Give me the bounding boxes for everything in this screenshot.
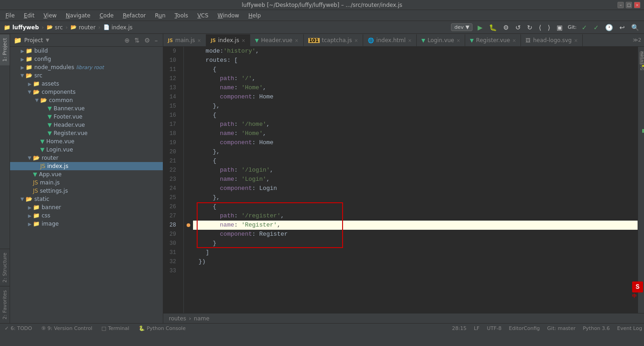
tab-header-vue[interactable]: ▼ Header.vue × [250,34,303,46]
js-tab-icon: JS [168,38,173,43]
tree-item-app-vue[interactable]: ▼ App.vue [10,170,163,178]
tree-item-router[interactable]: ▶ 📂 router [10,154,163,162]
tree-item-banner-vue[interactable]: ▼ Banner.vue [10,104,163,113]
tree-item-build[interactable]: ▶ 📁 build [10,47,163,55]
tree-item-index-js[interactable]: JS index.js [10,162,163,170]
git-undo[interactable]: ↩ [618,23,626,32]
menu-edit[interactable]: Edit [20,11,38,20]
tab-label: Header.vue [261,37,293,43]
bottom-tab-todo[interactable]: ✓ 6: TODO [2,324,35,332]
close-tab-button[interactable]: × [242,38,245,43]
tree-item-main-js[interactable]: JS main.js [10,178,163,187]
close-tab-button[interactable]: × [574,38,578,43]
git-clock[interactable]: 🕐 [604,23,614,32]
tree-item-home-vue[interactable]: ▼ Home.vue [10,137,163,146]
tree-item-login-vue[interactable]: ▼ Login.vue [10,146,163,154]
tab-tcaptcha-js[interactable]: 101 tcaptcha.js × [304,34,363,46]
tree-item-register-vue-common[interactable]: ▼ Register.vue [10,129,163,137]
tree-item-src[interactable]: ▶ 📂 src [10,71,163,80]
sync-button[interactable]: ⇅ [133,37,141,44]
close-tab-button[interactable]: × [197,38,201,43]
menu-file[interactable]: File [2,11,18,20]
code-content[interactable]: mode:'history', routes: [ { path: '/', [193,47,638,276]
close-panel-button[interactable]: – [153,37,159,44]
line-num-16: 16 [163,111,180,120]
menu-window[interactable]: Window [214,11,243,20]
menu-tools[interactable]: Tools [171,11,192,20]
close-button[interactable]: × [634,2,640,8]
tab-main-js[interactable]: JS main.js × [163,34,206,46]
tree-item-footer-vue[interactable]: ▼ Footer.vue [10,113,163,121]
menu-refactor[interactable]: Refactor [119,11,149,20]
tree-item-common[interactable]: ▶ 📂 common [10,96,163,104]
bottom-tab-terminal[interactable]: □ Terminal [99,324,132,332]
window-controls[interactable]: – □ × [617,2,640,8]
tree-item-image[interactable]: ▶ 📁 image [10,220,163,228]
coverage-button[interactable]: ⚙ [502,23,510,32]
run-button[interactable]: ▶ [476,23,484,32]
tabs-overflow[interactable]: ≫2 [630,37,644,43]
nav5-button[interactable]: ▣ [555,23,564,32]
tree-item-static[interactable]: ▶ 📂 static [10,195,163,203]
settings-icon[interactable]: ⚙ [143,37,151,44]
tree-label: src [34,72,43,79]
tree-label: build [34,48,48,54]
right-scrollbar[interactable]: S 中 SciView [638,47,644,313]
event-log[interactable]: Event Log [617,325,642,331]
expand-arrow: ▶ [27,205,33,210]
close-tab-button[interactable]: × [295,38,298,43]
tree-item-config[interactable]: ▶ 📁 config [10,55,163,63]
back-button[interactable]: ↺ [514,23,522,32]
tab-index-js[interactable]: JS index.js × [206,34,251,46]
expand-arrow: ▶ [27,89,32,95]
menu-run[interactable]: Run [151,11,169,20]
tree-item-banner[interactable]: ▶ 📁 banner [10,203,163,211]
search-button[interactable]: 🔍 [630,23,640,32]
tree-item-header-vue[interactable]: ▼ Header.vue [10,121,163,129]
code-editor[interactable]: 9 10 11 12 13 14 15 16 17 18 19 20 21 22… [163,47,644,313]
tab-project[interactable]: 1: Project [0,34,10,65]
menu-view[interactable]: View [40,11,60,20]
menu-help[interactable]: Help [245,11,264,20]
scroll-marker-green [642,129,644,133]
close-tab-button[interactable]: × [408,38,412,43]
line-num-24: 24 [163,184,180,193]
nav3-button[interactable]: ⟨ [537,23,542,32]
tree-label: image [42,221,59,227]
tab-label: index.js [218,37,239,43]
tab-index-html[interactable]: 🌐 index.html × [363,34,417,46]
git-check1[interactable]: ✓ [580,23,589,32]
debug-button[interactable]: 🐛 [488,23,498,32]
tab-structure[interactable]: 2: Structure [0,249,10,286]
tree-item-settings-js[interactable]: JS settings.js [10,187,163,195]
forward-button[interactable]: ↻ [526,23,534,32]
close-tab-button[interactable]: × [512,38,516,43]
tab-register-vue[interactable]: ▼ Register.vue × [465,34,521,46]
close-tab-button[interactable]: × [354,38,358,43]
tree-item-node-modules[interactable]: ▶ 📁 node_modules library root [10,63,163,71]
code-line-10: routes: [ [193,56,638,65]
add-button[interactable]: ⊕ [123,37,131,44]
close-tab-button[interactable]: × [456,38,460,43]
tree-item-components[interactable]: ▶ 📂 components [10,88,163,96]
git-check2[interactable]: ✓ [592,23,601,32]
sciview-label[interactable]: SciView [640,51,644,70]
minimize-button[interactable]: – [617,2,624,8]
menu-navigate[interactable]: Navigate [62,11,94,20]
bottom-tab-python[interactable]: 🐍 Python Console [136,324,188,332]
maximize-button[interactable]: □ [626,2,632,8]
tree-label: Banner.vue [54,105,85,112]
dev-dropdown[interactable]: dev ▼ [451,23,472,31]
tab-head-logo-svg[interactable]: 🖼 head-logo.svg × [521,34,583,46]
menu-code[interactable]: Code [96,11,118,20]
menu-vcs[interactable]: VCS [193,11,212,20]
folder-icon: 📁 [26,48,32,54]
title-bar: luffyweb [~/Desktop/luffy/luffyweb] – ..… [0,0,644,10]
tab-favorites[interactable]: 2: Favorites [0,286,10,323]
bottom-tab-vcs[interactable]: ⑨ 9: Version Control [38,324,95,332]
tree-item-assets[interactable]: ▶ 📁 assets [10,80,163,88]
tab-login-vue[interactable]: ▼ Login.vue × [417,34,465,46]
nav4-button[interactable]: ⟩ [546,23,551,32]
tree-item-css[interactable]: ▶ 📁 css [10,211,163,220]
breadcrumb-router: router [79,24,96,31]
